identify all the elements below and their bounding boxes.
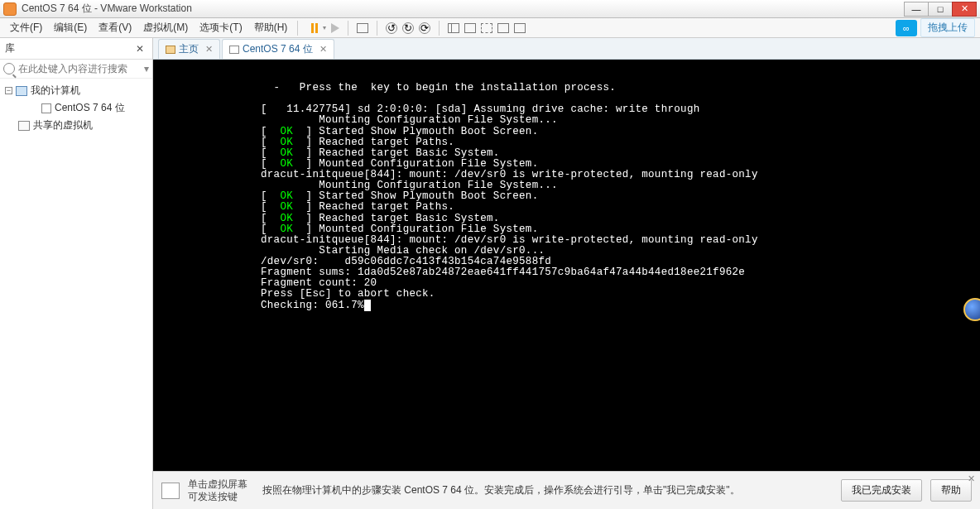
window-titlebar: CentOS 7 64 位 - VMware Workstation — □ ✕ (0, 0, 980, 18)
search-dropdown-icon[interactable]: ▾ (144, 63, 149, 74)
close-button[interactable]: ✕ (952, 2, 977, 17)
menu-vm[interactable]: 虚拟机(M) (138, 19, 193, 36)
install-done-button[interactable]: 我已完成安装 (841, 479, 922, 502)
sidebar-title: 库 (5, 41, 132, 55)
upload-label[interactable]: 拖拽上传 (920, 18, 975, 37)
library-tree: − 我的计算机 CentOS 7 64 位 共享的虚拟机 (0, 79, 152, 137)
cloud-icon[interactable]: ∞ (896, 20, 917, 36)
menu-view[interactable]: 查看(V) (94, 19, 137, 36)
shared-icon (18, 121, 30, 131)
pause-icon[interactable] (311, 23, 318, 33)
pause-dropdown-icon[interactable]: ▾ (323, 24, 326, 31)
search-icon (3, 63, 15, 74)
collapse-icon[interactable]: − (5, 87, 12, 94)
clock3-icon[interactable]: ⟳ (419, 22, 430, 34)
sidebar-close-icon[interactable]: ✕ (132, 43, 147, 55)
unity-icon[interactable] (497, 23, 509, 33)
tree-vm-label: CentOS 7 64 位 (55, 101, 125, 115)
tab-vm-close-icon[interactable]: ✕ (319, 44, 327, 55)
sidebar: 库 ✕ ▾ − 我的计算机 CentOS 7 64 位 共享的虚拟机 (0, 38, 153, 509)
tab-home[interactable]: 主页 ✕ (158, 39, 220, 59)
tab-vm-label: CentOS 7 64 位 (243, 42, 313, 56)
tree-root-label: 我的计算机 (31, 84, 80, 98)
menubar: 文件(F) 编辑(E) 查看(V) 虚拟机(M) 选项卡(T) 帮助(H) ▾ … (0, 18, 980, 38)
tree-vm-centos[interactable]: CentOS 7 64 位 (2, 99, 151, 117)
app-icon (3, 2, 17, 16)
maximize-button[interactable]: □ (928, 2, 953, 17)
hint-main-text: 按照在物理计算机中的步骤安装 CentOS 7 64 位。安装完成后，操作系统会… (262, 483, 833, 497)
install-hint-bar: ✕ 单击虚拟屏幕 可发送按键 按照在物理计算机中的步骤安装 CentOS 7 6… (153, 471, 980, 509)
search-input[interactable] (18, 63, 144, 74)
menu-edit[interactable]: 编辑(E) (49, 19, 92, 36)
tab-home-label: 主页 (179, 42, 199, 56)
tab-vm[interactable]: CentOS 7 64 位 ✕ (222, 39, 334, 59)
hint-icon (161, 483, 180, 499)
home-icon (166, 46, 175, 54)
computer-icon (16, 86, 27, 96)
vm-tab-icon (229, 46, 239, 54)
vm-console[interactable]: - Press the key to begin the installatio… (153, 60, 980, 471)
menu-help[interactable]: 帮助(H) (249, 19, 293, 36)
tab-strip: 主页 ✕ CentOS 7 64 位 ✕ (153, 38, 980, 60)
tree-shared-label: 共享的虚拟机 (33, 118, 93, 132)
tree-my-computer[interactable]: − 我的计算机 (2, 82, 151, 99)
multimon-icon[interactable] (514, 23, 526, 33)
fullscreen-icon[interactable] (481, 23, 492, 33)
layout1-icon[interactable] (448, 23, 459, 33)
clock2-icon[interactable]: ↻ (402, 22, 414, 34)
layout2-icon[interactable] (464, 23, 476, 33)
menu-file[interactable]: 文件(F) (5, 19, 47, 36)
snapshot-icon[interactable] (357, 23, 368, 33)
vm-icon (41, 103, 51, 113)
clock-icon[interactable]: ↺ (386, 22, 397, 34)
play-icon[interactable] (331, 23, 339, 33)
decorative-orb (963, 298, 980, 321)
tree-shared-vms[interactable]: 共享的虚拟机 (2, 117, 151, 134)
menu-tabs[interactable]: 选项卡(T) (195, 19, 247, 36)
help-button[interactable]: 帮助 (930, 479, 972, 502)
hint-small-text: 单击虚拟屏幕 可发送按键 (188, 478, 254, 502)
hint-close-icon[interactable]: ✕ (968, 473, 975, 484)
tab-home-close-icon[interactable]: ✕ (205, 44, 213, 55)
window-title: CentOS 7 64 位 - VMware Workstation (22, 2, 905, 16)
minimize-button[interactable]: — (904, 2, 929, 17)
